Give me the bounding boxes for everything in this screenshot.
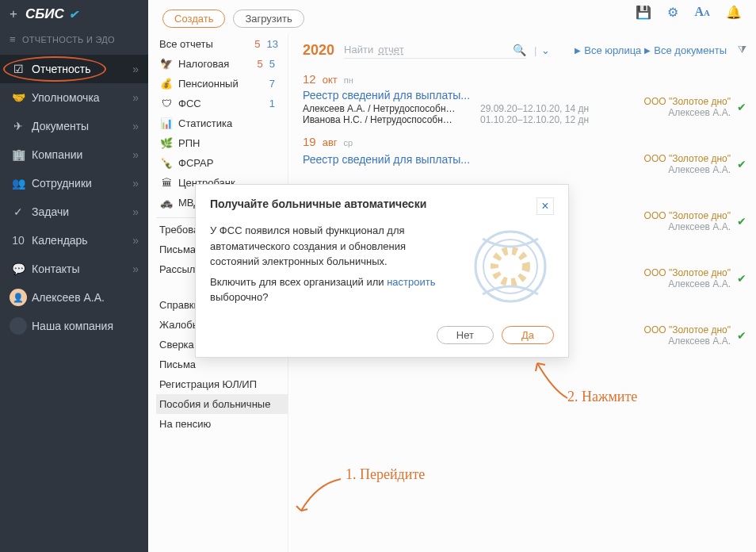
reports-header: 2020 Найти отчет 🔍 | ⌄ ▶ Все юрлица ▶ Вс… [303,34,746,66]
filter-agency-1[interactable]: 💰 Пенсионный7 [156,74,288,94]
chevron-right-icon: » [132,263,139,275]
close-icon[interactable]: × [536,197,554,215]
topbar-icons: 💾 ⚙ AA 🔔 [636,5,742,20]
dialog-no-button[interactable]: Нет [437,326,494,344]
filter-extra-5[interactable]: Пособия и больничные [156,394,288,414]
sidebar-item-4[interactable]: 👥 Сотрудники » [0,169,148,197]
sidebar-icon: 🤝 [10,91,27,104]
filter-docs[interactable]: Все документы [654,44,727,56]
app-logo[interactable]: + СБИС ✔ [0,0,148,29]
check-icon: ✔ [737,272,746,285]
chevron-right-icon: » [132,63,139,75]
sidebar-company[interactable]: Наша компания [0,312,148,340]
report-row[interactable]: Реестр сведений для выплаты... ООО "Золо… [303,150,746,178]
sidebar-icon: ✈ [10,120,27,132]
sidebar-user[interactable]: 👤 Алексеев А.А. [0,283,148,312]
sidebar-item-label: Компании [32,148,132,161]
dialog-title: Получайте больничные автоматически [210,197,536,215]
sidebar-item-7[interactable]: 💬 Контакты » [0,255,148,283]
create-button[interactable]: Создать [162,10,225,28]
filter-legals[interactable]: Все юрлица [584,44,641,56]
report-title: Реестр сведений для выплаты... [303,153,638,166]
search-input[interactable]: Найти отчет 🔍 [344,42,526,59]
filter-agency-3[interactable]: 📊 Статистика [156,113,288,133]
svg-point-2 [494,251,526,282]
brand-name: СБИС [25,6,64,22]
agency-icon: 🏛 [159,177,174,189]
check-icon: ✔ [737,101,746,113]
sidebar-item-2[interactable]: ✈ Документы » [0,112,148,140]
sidebar-item-1[interactable]: 🤝 Уполномочка » [0,83,148,112]
sidebar-item-6[interactable]: 10 Календарь » [0,226,148,255]
chevron-right-icon: » [132,234,139,247]
filter-extra-6[interactable]: На пенсию [156,414,288,434]
filter-all-reports[interactable]: Все отчеты 5 13 [156,34,288,54]
dialog-yes-button[interactable]: Да [502,326,554,344]
sidebar-item-3[interactable]: 🏢 Компании » [0,140,148,169]
year[interactable]: 2020 [303,42,334,59]
sidebar-icon: 👥 [10,177,27,190]
filter-agency-4[interactable]: 🌿 РПН [156,133,288,153]
sidebar-icon: 🏢 [10,148,27,161]
filter-extra-4[interactable]: Регистрация ЮЛ/ИП [156,374,288,394]
subtitle-text: ОТЧЕТНОСТЬ И ЭДО [22,35,115,44]
sidebar-item-label: Задачи [32,205,132,218]
load-button[interactable]: Загрузить [233,10,304,28]
agency-icon: 🍾 [159,157,174,169]
svg-point-0 [475,232,545,301]
filter-icon[interactable]: ⧩ [738,44,746,56]
fonts-icon[interactable]: AA [694,5,710,20]
chevron-right-icon: » [132,91,139,104]
sidebar-item-0[interactable]: ☑ Отчетность » [0,55,148,83]
report-title: Реестр сведений для выплаты... [303,89,638,102]
bird-icon: ✔ [69,8,78,21]
agency-icon: 🌿 [159,137,174,149]
agency-icon: 🛡 [159,98,174,109]
sidebar-icon: 10 [10,234,27,247]
check-icon: ✔ [737,329,746,342]
check-icon: ✔ [737,215,746,228]
dialog-sick-leave-auto: Получайте больничные автоматически × У Ф… [195,184,569,358]
chevron-right-icon: » [132,148,139,161]
check-icon: ✔ [737,158,746,171]
agency-icon: 🚓 [159,197,174,209]
dialog-text: У ФСС появился новый функционал для авто… [210,223,457,310]
save-icon[interactable]: 💾 [636,5,651,20]
agency-icon: 🦅 [159,58,174,70]
sidebar-item-label: Документы [32,120,132,132]
report-row[interactable]: Реестр сведений для выплаты... Алексеев … [303,86,746,128]
company-name: Наша компания [32,320,139,332]
sidebar-item-label: Уполномочка [32,91,132,104]
date-group: 12 окт пн [303,72,746,86]
sidebar-item-label: Отчетность [32,63,132,75]
configure-link[interactable]: настроить [387,276,435,288]
sidebar-icon: ☑ [10,63,27,75]
chevron-right-icon: » [132,205,139,218]
filter-agency-0[interactable]: 🦅 Налоговая55 [156,54,288,74]
gear-icon[interactable]: ⚙ [667,5,678,20]
agency-icon: 💰 [159,78,174,90]
chevron-right-icon: » [132,120,139,132]
filter-links: ▶ Все юрлица ▶ Все документы ⧩ [575,44,746,56]
sidebar-item-label: Сотрудники [32,177,132,190]
company-icon [10,317,27,335]
sidebar-item-5[interactable]: ✓ Задачи » [0,197,148,226]
filter-agency-2[interactable]: 🛡 ФСС1 [156,94,288,113]
menu-icon: ≡ [10,33,16,45]
fss-emblem [467,223,554,310]
chevron-down-icon[interactable]: ⌄ [541,44,550,56]
bell-icon[interactable]: 🔔 [726,5,742,20]
sidebar: + СБИС ✔ ≡ ОТЧЕТНОСТЬ И ЭДО ☑ Отчетность… [0,0,148,552]
sidebar-subtitle[interactable]: ≡ ОТЧЕТНОСТЬ И ЭДО [0,29,148,55]
chevron-right-icon: » [132,177,139,190]
sidebar-icon: 💬 [10,263,27,275]
user-name: Алексеев А.А. [32,291,139,304]
sidebar-item-label: Календарь [32,234,132,247]
sidebar-item-label: Контакты [32,263,132,275]
plus-icon: + [10,6,17,22]
search-icon: 🔍 [513,44,526,56]
date-group: 19 авг ср [303,135,746,148]
filter-agency-5[interactable]: 🍾 ФСРАР [156,153,288,173]
sidebar-icon: ✓ [10,205,27,218]
avatar: 👤 [10,289,27,306]
